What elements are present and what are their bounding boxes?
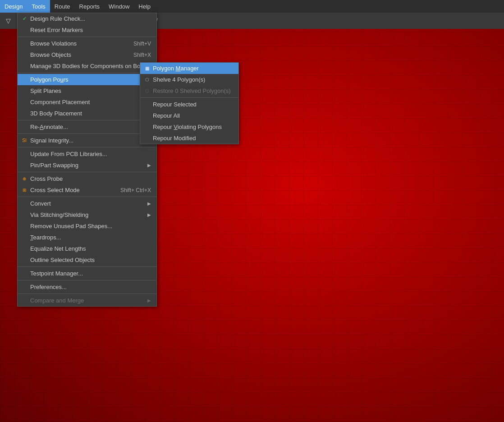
menu-item-manage-3d[interactable]: Manage 3D Bodies for Components on Board…	[18, 60, 156, 72]
submenu-item-restore-0: ⬡ Restore 0 Shelved Polygon(s)	[140, 85, 238, 96]
menu-item-via-stitching[interactable]: Via Stitching/Shielding ▶	[18, 209, 156, 220]
arrow-icon: ▶	[147, 212, 151, 217]
menu-item-outline[interactable]: Outline Selected Objects	[18, 254, 156, 266]
menu-item-convert[interactable]: Convert ▶	[18, 198, 156, 209]
menu-item-drc[interactable]: ✔ Design Rule Check...	[18, 13, 156, 24]
separator-4	[18, 133, 156, 134]
submenu-item-shelve-4[interactable]: ⬡ Shelve 4 Polygon(s)	[140, 74, 238, 85]
submenu-item-repour-modified[interactable]: Repour Modified	[140, 133, 238, 144]
cross-select-icon: ⊞	[20, 186, 28, 194]
arrow-icon: ▶	[147, 163, 151, 168]
menubar: Design Tools Route Reports Window Help	[0, 0, 504, 13]
separator-9	[18, 280, 156, 280]
menubar-help[interactable]: Help	[134, 0, 155, 13]
menu-item-cross-probe[interactable]: ⊕ Cross Probe	[18, 173, 156, 184]
submenu-item-repour-selected[interactable]: Repour Selected	[140, 99, 238, 110]
menubar-window[interactable]: Window	[104, 0, 134, 13]
menu-item-3d-body-placement[interactable]: 3D Body Placement ▶	[18, 108, 156, 119]
menu-item-compare-merge: Compare and Merge ▶	[18, 295, 156, 306]
tools-dropdown-menu: ✔ Design Rule Check... Reset Error Marke…	[17, 13, 157, 307]
menu-item-update-from-libs[interactable]: Update From PCB Libraries...	[18, 148, 156, 160]
menubar-reports[interactable]: Reports	[75, 0, 105, 13]
signal-integrity-icon: SI	[20, 137, 28, 145]
menu-item-reset-errors[interactable]: Reset Error Markers	[18, 24, 156, 36]
polygon-pours-submenu: ▦ Polygon Manager ⬡ Shelve 4 Polygon(s) …	[140, 62, 239, 144]
menu-item-preferences[interactable]: Preferences...	[18, 281, 156, 293]
menu-item-browse-violations[interactable]: Browse Violations Shift+V	[18, 38, 156, 49]
separator-3	[18, 120, 156, 120]
menu-item-pin-part-swapping[interactable]: Pin/Part Swapping ▶	[18, 160, 156, 171]
submenu-item-repour-violating[interactable]: Repour Violating Polygons	[140, 121, 238, 133]
separator-5	[18, 147, 156, 147]
menu-item-remove-unused[interactable]: Remove Unused Pad Shapes...	[18, 220, 156, 232]
menubar-design[interactable]: Design	[0, 0, 27, 13]
separator-6	[18, 172, 156, 172]
drc-icon: ✔	[20, 15, 28, 23]
separator-8	[18, 266, 156, 267]
submenu-separator-1	[140, 97, 238, 98]
submenu-item-repour-all[interactable]: Repour All	[140, 110, 238, 121]
menu-item-split-planes[interactable]: Split Planes ▶	[18, 85, 156, 96]
shelve-icon: ⬡	[143, 76, 151, 84]
restore-icon: ⬡	[143, 87, 151, 95]
menu-item-polygon-pours[interactable]: Polygon Pours ▶	[18, 74, 156, 85]
menubar-tools[interactable]: Tools	[27, 0, 50, 13]
separator-1	[18, 37, 156, 37]
menu-item-teardrops[interactable]: Teardrops...	[18, 232, 156, 243]
separator-10	[18, 294, 156, 294]
separator-2	[18, 73, 156, 73]
arrow-icon: ▶	[147, 298, 151, 303]
cross-probe-icon: ⊕	[20, 175, 28, 183]
menu-item-testpoint[interactable]: Testpoint Manager...	[18, 268, 156, 279]
separator-7	[18, 197, 156, 197]
menu-item-re-annotate[interactable]: Re-Annotate...	[18, 121, 156, 133]
menu-item-signal-integrity[interactable]: SI Signal Integrity...	[18, 135, 156, 146]
menu-item-component-placement[interactable]: Component Placement ▶	[18, 96, 156, 108]
menu-item-browse-objects[interactable]: Browse Objects Shift+X	[18, 49, 156, 60]
polygon-manager-icon: ▦	[143, 64, 151, 73]
toolbar-filter[interactable]: ▽	[2, 14, 14, 27]
submenu-item-polygon-manager[interactable]: ▦ Polygon Manager	[140, 63, 238, 74]
menu-item-equalize[interactable]: Equalize Net Lengths	[18, 243, 156, 254]
arrow-icon: ▶	[147, 201, 151, 206]
menu-item-cross-select[interactable]: ⊞ Cross Select Mode Shift+ Ctrl+X	[18, 184, 156, 196]
menubar-route[interactable]: Route	[50, 0, 75, 13]
